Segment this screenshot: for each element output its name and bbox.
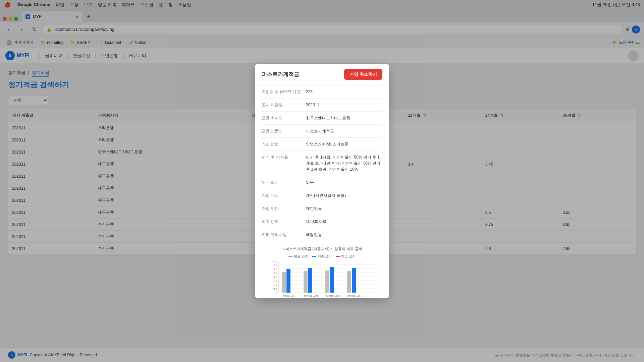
info-value: 퍼스트가계적금 bbox=[306, 128, 334, 134]
svg-text:1.0: 1.0 bbox=[273, 283, 277, 286]
chart1-bar-g4-save bbox=[352, 268, 356, 293]
svg-text:2.5: 2.5 bbox=[273, 271, 277, 274]
svg-text:36개월 금리: 36개월 금리 bbox=[347, 295, 362, 298]
chart1-title: ＜퍼스트가계적금 (저율과세)＞ 상품의 저축 금리 bbox=[259, 246, 385, 251]
svg-text:3.5: 3.5 bbox=[273, 263, 277, 266]
info-label: 우대 조건 bbox=[262, 179, 302, 185]
modal-body: 가입자 수 (MYFI 기준) 226 공시 제출일 202311 금융 회사명… bbox=[255, 85, 389, 246]
svg-text:2.0: 2.0 bbox=[273, 275, 277, 278]
info-row: 만기 후 이자율 만기 후 1개월: 약정이율의 50% 만기 후 1개월 초과… bbox=[262, 151, 382, 176]
svg-text:4.0: 4.0 bbox=[273, 261, 277, 263]
info-row: 가입 제한 제한없음 bbox=[262, 202, 382, 215]
info-label: 금융 회사명 bbox=[262, 115, 302, 121]
svg-text:12개월 금리: 12개월 금리 bbox=[304, 295, 318, 298]
info-row: 가입 대상 개인(개인사업자 포함) bbox=[262, 189, 382, 202]
svg-text:6개월 금리: 6개월 금리 bbox=[283, 295, 296, 298]
modal: 퍼스트가계적금 가입 취소하기 가입자 수 (MYFI 기준) 226 공시 제… bbox=[255, 64, 389, 298]
chart1-bar-g1-avg bbox=[282, 272, 286, 293]
svg-text:24개월 금리: 24개월 금리 bbox=[326, 295, 340, 298]
info-value: 해당없음 bbox=[306, 232, 322, 238]
legend-save-label: 저축 금리 bbox=[318, 254, 332, 259]
info-value: 영업점,인터넷,스마트폰 bbox=[306, 141, 348, 147]
legend-save: 저축 금리 bbox=[312, 254, 332, 259]
modal-overlay[interactable]: 퍼스트가계적금 가입 취소하기 가입자 수 (MYFI 기준) 226 공시 제… bbox=[0, 0, 644, 362]
chart1-bar-g3-save bbox=[330, 267, 334, 293]
svg-text:3.0: 3.0 bbox=[273, 267, 277, 270]
svg-text:0: 0 bbox=[276, 291, 277, 294]
info-label: 가입자 수 (MYFI 기준) bbox=[262, 89, 302, 95]
info-value: 226 bbox=[306, 89, 313, 95]
legend-max: 최고 금리 bbox=[336, 254, 356, 259]
chart1-bar-g1-save bbox=[286, 269, 290, 293]
legend-max-label: 최고 금리 bbox=[341, 254, 356, 259]
info-row: 최고 한도 10,000,000 bbox=[262, 215, 382, 228]
info-value: 제한없음 bbox=[306, 205, 322, 212]
modal-title: 퍼스트가계적금 bbox=[262, 71, 299, 78]
legend-avg: 평균 금리 bbox=[288, 254, 308, 259]
chart1-bar-g2-save bbox=[308, 268, 312, 293]
svg-text:1.5: 1.5 bbox=[273, 279, 277, 282]
info-label: 만기 후 이자율 bbox=[262, 154, 302, 160]
info-label: 기타 유의사항 bbox=[262, 232, 302, 238]
info-value: 개인(개인사업자 포함) bbox=[306, 192, 346, 198]
info-row: 우대 조건 없음 bbox=[262, 176, 382, 189]
info-value: 한국스탠다드차타드은행 bbox=[306, 115, 350, 121]
info-label: 최고 한도 bbox=[262, 219, 302, 225]
chart1-bar-g3-avg bbox=[325, 270, 329, 293]
chart1-section: ＜퍼스트가계적금 (저율과세)＞ 상품의 저축 금리 평균 금리 저축 금리 최… bbox=[255, 246, 389, 298]
info-row: 기타 유의사항 해당없음 bbox=[262, 228, 382, 241]
info-label: 가입 제한 bbox=[262, 205, 302, 212]
chart1-bar-g2-avg bbox=[304, 271, 308, 293]
legend-max-dot bbox=[336, 256, 340, 257]
legend-avg-dot bbox=[288, 256, 292, 257]
info-value: 없음 bbox=[306, 179, 314, 185]
info-row: 금융 회사명 한국스탠다드차타드은행 bbox=[262, 112, 382, 125]
chart1-svg: 0 0.5 1.0 1.5 2.0 2.5 3.0 3.5 4.0 bbox=[265, 261, 379, 298]
legend-save-dot bbox=[312, 256, 316, 257]
modal-signup-btn[interactable]: 가입 취소하기 bbox=[344, 69, 382, 80]
chart1-legend: 평균 금리 저축 금리 최고 금리 bbox=[259, 254, 385, 259]
info-row: 가입자 수 (MYFI 기준) 226 bbox=[262, 85, 382, 99]
info-label: 가입 방법 bbox=[262, 141, 302, 147]
info-value: 10,000,000 bbox=[306, 219, 326, 225]
info-label: 가입 대상 bbox=[262, 192, 302, 198]
info-label: 금융 상품명 bbox=[262, 128, 302, 134]
info-value: 202311 bbox=[306, 102, 319, 108]
modal-header: 퍼스트가계적금 가입 취소하기 bbox=[255, 64, 389, 85]
info-value: 만기 후 1개월: 약정이율의 50% 만기 후 1개월 초과 1년 이내: 약… bbox=[306, 154, 382, 172]
svg-text:0.5: 0.5 bbox=[273, 287, 277, 290]
legend-avg-label: 평균 금리 bbox=[294, 254, 308, 259]
info-row: 가입 방법 영업점,인터넷,스마트폰 bbox=[262, 138, 382, 151]
info-label: 공시 제출일 bbox=[262, 102, 302, 108]
info-row: 금융 상품명 퍼스트가계적금 bbox=[262, 125, 382, 138]
info-row: 공시 제출일 202311 bbox=[262, 99, 382, 112]
chart1-bar-g4-avg bbox=[347, 271, 351, 293]
